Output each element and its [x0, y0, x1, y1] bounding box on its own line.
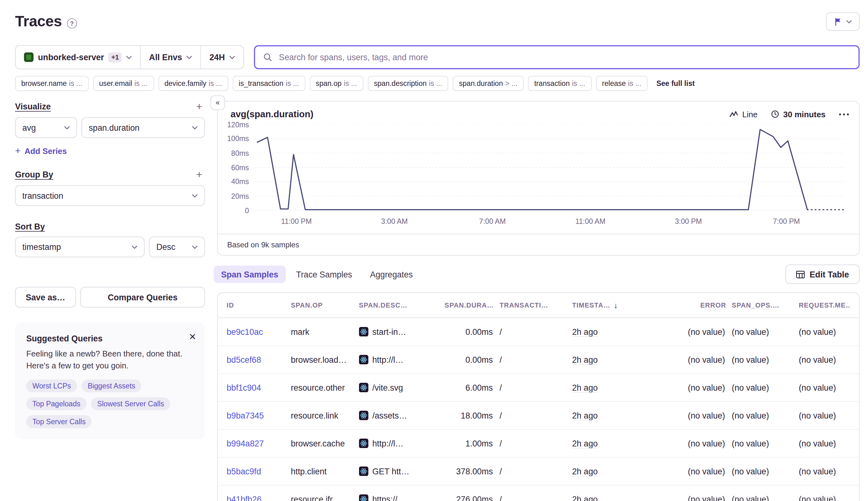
filter-chip-is-transaction[interactable]: is_transactionis ...	[233, 76, 305, 91]
span-id-link[interactable]: b994a827	[227, 439, 264, 448]
timestamp-link[interactable]: 2h ago	[572, 494, 598, 501]
close-icon[interactable]: ×	[189, 330, 196, 342]
span-id-link[interactable]: bbf1c904	[227, 383, 261, 392]
span-description: start-in…	[372, 327, 406, 337]
project-platform-icon	[359, 494, 369, 501]
tab-span-samples[interactable]: Span Samples	[214, 266, 286, 283]
cell-span_op: browser.load…	[291, 355, 359, 364]
filter-chip-op: is ...	[286, 79, 299, 88]
column-header-label: TRANSACTI…	[499, 301, 548, 309]
column-header-span-desc[interactable]: SPAN.DESC…	[359, 301, 432, 309]
time-range-selector[interactable]: 24H	[200, 46, 243, 69]
table-row: b5bac9fdhttp.clientGET htt…378.00ms/2h a…	[218, 458, 859, 486]
cell-id: b5bac9fd	[227, 467, 291, 476]
cell-error: (no value)	[649, 411, 732, 420]
line-chart-icon	[729, 111, 738, 117]
collapse-sidebar-button[interactable]: «	[210, 95, 225, 110]
filter-chip-span-duration[interactable]: span.duration> ...	[453, 76, 524, 91]
timestamp-link[interactable]: 2h ago	[572, 439, 598, 448]
cell-desc: http://l…	[359, 355, 432, 364]
filter-chip-key: browser.name	[21, 79, 67, 88]
span-id-link[interactable]: b41bfb26	[227, 494, 262, 501]
filter-chip-user-email[interactable]: user.emailis ...	[93, 76, 154, 91]
field-select[interactable]: span.duration	[82, 117, 205, 138]
cell-transaction: /	[499, 327, 572, 337]
environment-selector[interactable]: All Envs	[140, 46, 201, 69]
edit-table-button[interactable]: Edit Table	[785, 265, 859, 284]
aggregate-select[interactable]: avg	[15, 117, 77, 138]
see-full-list-button[interactable]: See full list	[652, 76, 699, 91]
tab-aggregates[interactable]: Aggregates	[363, 266, 420, 283]
group-by-value: transaction	[22, 191, 63, 200]
filter-chip-op: is ...	[135, 79, 148, 88]
span-id-link[interactable]: b9ba7345	[227, 411, 264, 420]
chevron-down-icon	[192, 126, 198, 129]
filter-chip-device-family[interactable]: device.familyis ...	[158, 76, 228, 91]
timestamp-link[interactable]: 2h ago	[572, 467, 598, 476]
span-id-link[interactable]: b5bac9fd	[227, 467, 261, 476]
cell-span_op: resource.ifr…	[291, 494, 359, 501]
cell-duration: 18.00ms	[432, 411, 499, 420]
column-header-label: SPAN.OP	[291, 301, 323, 309]
add-series-button[interactable]: + Add Series	[15, 146, 67, 157]
timestamp-link[interactable]: 2h ago	[572, 411, 598, 420]
compare-queries-button[interactable]: Compare Queries	[80, 287, 205, 308]
column-header-error[interactable]: ERROR	[649, 301, 732, 309]
line-chart[interactable]: 120ms100ms80ms60ms40ms20ms0 11:00 PM3:00…	[218, 121, 859, 234]
cell-id: bd5cef68	[227, 355, 291, 364]
sort-direction-select[interactable]: Desc	[149, 237, 205, 257]
column-header-label: ERROR	[700, 301, 726, 309]
filter-chip-span-op[interactable]: span.opis ...	[309, 76, 363, 91]
add-visualize-icon[interactable]: +	[194, 101, 205, 111]
sort-controls: timestamp Desc	[15, 237, 205, 257]
column-header-timesta[interactable]: TIMESTA…↓	[572, 301, 649, 309]
table-row: b9ba7345resource.link/assets…18.00ms/2h …	[218, 402, 859, 430]
project-platform-icon	[359, 327, 369, 337]
suggested-query-slowest-server-calls[interactable]: Slowest Server Calls	[91, 397, 170, 410]
project-selector[interactable]: unborked-server +1	[16, 46, 140, 69]
filter-chip-release[interactable]: releaseis ...	[596, 76, 647, 91]
tab-trace-samples[interactable]: Trace Samples	[289, 266, 359, 283]
span-id-link[interactable]: be9c10ac	[227, 327, 263, 337]
chart-controls: Line 30 minutes	[729, 110, 849, 118]
add-group-by-icon[interactable]: +	[194, 169, 205, 180]
cell-request: (no value)	[799, 411, 850, 420]
column-header-request-me[interactable]: REQUEST.ME…	[799, 301, 850, 309]
search-bar[interactable]	[254, 45, 860, 69]
span-id-link[interactable]: bd5cef68	[227, 355, 261, 364]
timestamp-link[interactable]: 2h ago	[572, 355, 598, 364]
chart-panel: « avg(span.duration) Line	[217, 101, 859, 256]
chart-more-button[interactable]	[839, 113, 849, 115]
cell-transaction: /	[499, 439, 572, 448]
feature-flag-button[interactable]	[826, 12, 859, 31]
filter-chip-key: release	[602, 79, 626, 88]
filter-chip-transaction[interactable]: transactionis ...	[528, 76, 591, 91]
suggested-query-biggest-assets[interactable]: Biggest Assets	[82, 379, 141, 392]
column-header-span-op[interactable]: SPAN.OP	[291, 301, 359, 309]
column-header-span-ops[interactable]: SPAN_OPS.…	[732, 301, 799, 309]
suggested-query-worst-lcps[interactable]: Worst LCPs	[27, 379, 77, 392]
save-as-button[interactable]: Save as…	[15, 287, 76, 308]
column-header-transacti[interactable]: TRANSACTI…	[499, 301, 572, 309]
column-header-id[interactable]: ID	[227, 301, 291, 309]
group-by-select[interactable]: transaction	[15, 185, 205, 206]
timestamp-link[interactable]: 2h ago	[572, 383, 598, 392]
sort-desc-icon[interactable]: ↓	[614, 301, 618, 309]
suggested-query-top-server-calls[interactable]: Top Server Calls	[27, 415, 92, 428]
aggregate-value: avg	[22, 123, 36, 132]
sort-field-select[interactable]: timestamp	[15, 237, 145, 257]
column-header-span-dura[interactable]: SPAN.DURA…	[432, 301, 499, 309]
filter-chip-browser-name[interactable]: browser.nameis ...	[15, 76, 88, 91]
chart-type-button[interactable]: Line	[729, 110, 758, 118]
visualize-label: Visualize	[15, 102, 51, 111]
cell-request: (no value)	[799, 439, 850, 448]
suggested-query-top-pageloads[interactable]: Top Pageloads	[27, 397, 86, 410]
interval-button[interactable]: 30 minutes	[771, 110, 826, 118]
filter-chip-span-description[interactable]: span.descriptionis ...	[368, 76, 448, 91]
timestamp-link[interactable]: 2h ago	[572, 327, 598, 337]
help-icon[interactable]: ?	[67, 18, 77, 28]
search-input[interactable]	[278, 52, 851, 63]
x-tick-label: 7:00 AM	[479, 217, 506, 225]
span-description: /vite.svg	[372, 383, 403, 392]
cell-span_op: resource.link	[291, 411, 359, 420]
